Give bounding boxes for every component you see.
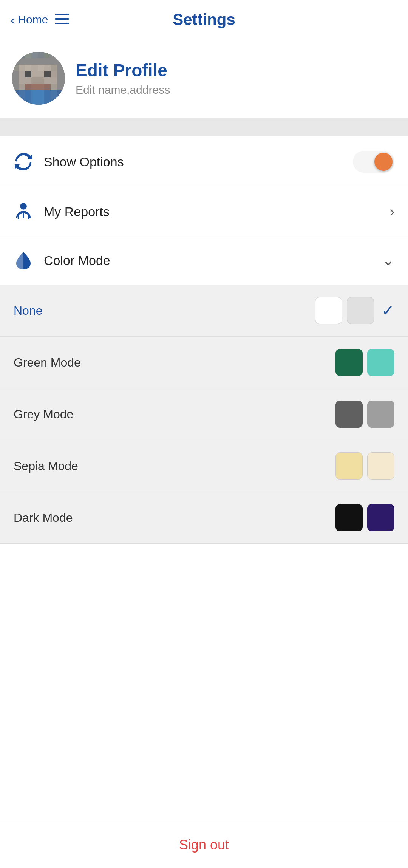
svg-rect-0 [55, 14, 69, 15]
color-option-grey[interactable]: Grey Mode [0, 388, 408, 440]
color-option-green-label: Green Mode [14, 356, 81, 370]
show-options-label: Show Options [44, 155, 124, 169]
color-mode-left: Color Mode [14, 251, 110, 270]
profile-info: Edit Profile Edit name,address [76, 60, 170, 96]
show-options-row[interactable]: Show Options [0, 136, 408, 187]
back-label: Home [18, 13, 48, 26]
swatch-grey-2 [367, 401, 394, 428]
settings-list: Show Options My Reports › [0, 136, 408, 285]
color-option-green[interactable]: Green Mode [0, 337, 408, 388]
my-reports-left: My Reports [14, 202, 110, 221]
avatar-image [12, 52, 65, 105]
sync-icon [14, 152, 33, 172]
color-swatches-green [335, 349, 394, 376]
color-mode-row[interactable]: Color Mode ⌄ [0, 236, 408, 285]
avatar [12, 52, 65, 105]
swatch-dark-2 [367, 504, 394, 531]
color-option-sepia-label: Sepia Mode [14, 459, 78, 473]
header: ‹ Home Settings [0, 0, 408, 38]
swatch-sepia-2 [367, 452, 394, 480]
swatch-green-2 [367, 349, 394, 376]
color-swatches-dark [335, 504, 394, 531]
swatch-sepia-1 [335, 452, 363, 480]
svg-rect-2 [55, 23, 69, 24]
svg-point-46 [20, 203, 27, 210]
color-option-dark[interactable]: Dark Mode [0, 492, 408, 544]
toggle-thumb [374, 153, 393, 171]
my-reports-chevron: › [389, 204, 394, 220]
svg-point-45 [12, 52, 65, 105]
color-option-sepia[interactable]: Sepia Mode [0, 440, 408, 492]
page-title: Settings [173, 11, 235, 29]
color-swatches-grey [335, 401, 394, 428]
sign-out-row[interactable]: Sign out [0, 822, 408, 868]
color-mode-icon [14, 251, 33, 270]
color-option-dark-label: Dark Mode [14, 511, 73, 525]
avatar-svg [12, 52, 65, 105]
hamburger-button[interactable] [55, 14, 69, 26]
sign-out-label[interactable]: Sign out [179, 837, 229, 853]
color-option-none-label: None [14, 304, 43, 318]
my-reports-row[interactable]: My Reports › [0, 187, 408, 236]
svg-rect-4 [12, 52, 19, 58]
show-options-left: Show Options [14, 152, 124, 172]
swatch-dark-1 [335, 504, 363, 531]
color-mode-label: Color Mode [44, 253, 110, 268]
svg-rect-1 [55, 18, 69, 20]
color-swatches-none: ✓ [315, 297, 394, 324]
my-reports-label: My Reports [44, 204, 110, 219]
svg-rect-11 [57, 52, 65, 58]
swatch-none-1 [315, 297, 342, 324]
hamburger-icon [55, 14, 69, 24]
swatch-none-2 [347, 297, 374, 324]
color-option-grey-label: Grey Mode [14, 407, 73, 421]
check-mark-none: ✓ [382, 302, 394, 319]
section-divider [0, 118, 408, 136]
color-mode-options: None ✓ Green Mode Grey Mode Sepia Mode D… [0, 285, 408, 544]
profile-section[interactable]: Edit Profile Edit name,address [0, 38, 408, 118]
swatch-green-1 [335, 349, 363, 376]
back-button[interactable]: ‹ Home [11, 13, 48, 26]
show-options-toggle[interactable] [353, 151, 394, 173]
color-mode-chevron: ⌄ [382, 252, 394, 269]
person-icon [14, 202, 33, 221]
profile-subtitle: Edit name,address [76, 84, 170, 96]
back-arrow-icon: ‹ [11, 13, 15, 26]
swatch-grey-1 [335, 401, 363, 428]
color-swatches-sepia [335, 452, 394, 480]
profile-name: Edit Profile [76, 60, 170, 80]
header-left: ‹ Home [11, 13, 69, 26]
color-option-none[interactable]: None ✓ [0, 285, 408, 337]
